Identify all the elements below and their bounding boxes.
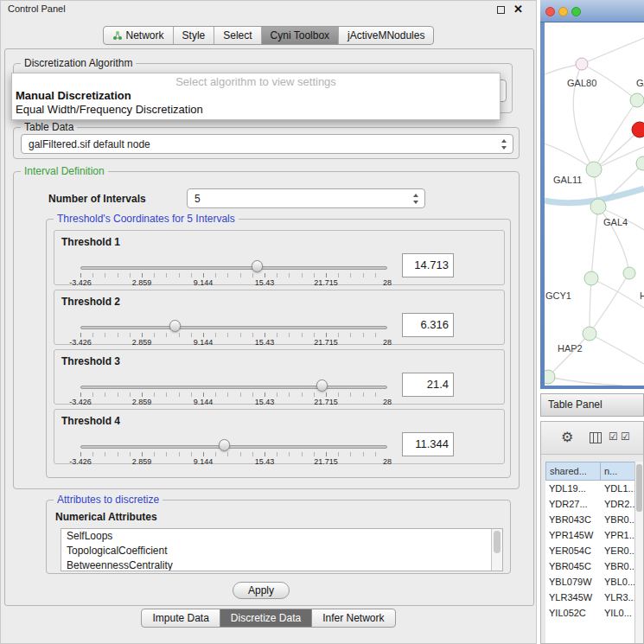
table-row[interactable]: YPR145WYPR1...: [545, 527, 636, 543]
threshold-value-field[interactable]: 21.4: [402, 373, 454, 397]
node-label: GAL4: [603, 217, 628, 227]
tick-label: 2.859: [132, 457, 152, 466]
select-all-checkbox-icon[interactable]: ☑: [609, 430, 618, 443]
slider-ticks: [80, 333, 387, 337]
algorithm-dropdown-list: Select algorithm to view settings Manual…: [11, 73, 501, 120]
tab-impute-data[interactable]: Impute Data: [142, 609, 219, 627]
column-header[interactable]: shared...: [545, 462, 601, 481]
table-row[interactable]: YIL052CYIL0...: [545, 605, 636, 621]
attributes-scrollbar[interactable]: [491, 529, 502, 571]
table-cell: YLR345W: [545, 590, 601, 605]
table-row[interactable]: YBR045CYBR0...: [545, 558, 636, 574]
gear-icon[interactable]: ⚙: [561, 429, 573, 445]
apply-button[interactable]: Apply: [233, 582, 290, 599]
table-cell: YDL19...: [545, 481, 601, 496]
table-cell: YBL079W: [545, 574, 601, 590]
slider-thumb[interactable]: [316, 379, 328, 392]
network-node[interactable]: [583, 327, 596, 341]
control-panel-window: Control Panel ✕ NetworkStyleSelectCyni T…: [0, 0, 537, 644]
table-panel-window: ⚙ ☑ ☑ shared...n... YDL19...YDL1...YDR27…: [540, 421, 644, 644]
slider-track[interactable]: [80, 266, 387, 270]
close-icon[interactable]: ✕: [513, 3, 523, 16]
slider-thumb[interactable]: [169, 320, 181, 332]
column-header[interactable]: n...: [601, 462, 636, 481]
scrollbar-thumb[interactable]: [494, 531, 501, 553]
dropdown-item-manual-discretization[interactable]: Manual Discretization: [12, 89, 500, 103]
table-cell: YDR27...: [545, 496, 601, 512]
threshold-row: Threshold 2-3.4262.8599.14415.4321.71528…: [54, 290, 505, 345]
float-window-icon[interactable]: [497, 6, 505, 14]
tab-select[interactable]: Select: [214, 27, 260, 44]
network-edge: [582, 38, 644, 64]
slider-tick-labels: -3.4262.8599.14415.4321.71528: [80, 457, 387, 466]
table-row[interactable]: YDR27...YDR2...: [545, 496, 636, 512]
tab-cyni-toolbox[interactable]: Cyni Toolbox: [261, 27, 338, 44]
slider-track[interactable]: [80, 445, 387, 449]
network-node[interactable]: [586, 162, 602, 177]
dropdown-item-equal-width-frequency-discretization[interactable]: Equal Width/Frequency Discretization: [12, 103, 500, 117]
network-edge: [594, 130, 640, 169]
table-toolbar: ⚙ ☑ ☑: [541, 422, 643, 455]
table-row[interactable]: YER054CYER0...: [545, 543, 636, 558]
number-of-intervals-combobox[interactable]: 5: [187, 188, 425, 208]
threshold-slider[interactable]: -3.4262.8599.14415.4321.71528: [80, 262, 387, 286]
table-row[interactable]: YDL19...YDL1...: [545, 481, 636, 496]
network-node[interactable]: [576, 58, 588, 70]
tick-label: 9.144: [194, 338, 214, 347]
slider-track[interactable]: [80, 386, 387, 389]
tab-network[interactable]: Network: [104, 27, 173, 44]
threshold-value-field[interactable]: 14.713: [402, 253, 454, 277]
thresholds-group: Threshold's Coordinates for 5 Intervals …: [46, 219, 511, 478]
table-data-combobox[interactable]: galFiltered.sif default node: [21, 134, 513, 154]
network-node[interactable]: [630, 93, 644, 107]
threshold-label: Threshold 2: [61, 296, 120, 308]
threshold-slider[interactable]: -3.4262.8599.14415.4321.71528: [80, 381, 387, 405]
table-data-group: Table Data galFiltered.sif default node: [13, 127, 520, 159]
network-node[interactable]: [590, 199, 606, 214]
zoom-traffic-light-icon[interactable]: [571, 7, 581, 16]
tick-label: -3.426: [69, 338, 92, 347]
tab-style[interactable]: Style: [173, 27, 214, 44]
slider-track[interactable]: [80, 326, 387, 329]
scrollbar-thumb[interactable]: [636, 464, 642, 512]
minimize-traffic-light-icon[interactable]: [558, 7, 568, 16]
threshold-slider[interactable]: -3.4262.8599.14415.4321.71528: [80, 322, 387, 346]
network-edge: [548, 377, 622, 386]
network-node[interactable]: [545, 370, 555, 384]
tab-jactivemnodules[interactable]: jActiveMNodules: [338, 27, 433, 44]
network-node[interactable]: [636, 156, 644, 170]
tab-discretize-data[interactable]: Discretize Data: [220, 609, 311, 627]
threshold-value-field[interactable]: 11.344: [402, 432, 454, 456]
close-traffic-light-icon[interactable]: [545, 7, 555, 16]
node-label: GA: [636, 78, 644, 88]
bottom-tab-group: Impute DataDiscretize DataInfer Network: [141, 609, 395, 628]
tick-label: 28: [383, 457, 392, 466]
table-row[interactable]: YBR043CYBR0...: [545, 512, 636, 527]
tick-label: 2.859: [132, 278, 152, 287]
network-window-titlebar[interactable]: [540, 0, 644, 22]
list-item-topologicalcoefficient[interactable]: TopologicalCoefficient: [61, 544, 502, 558]
tick-label: 21.715: [314, 338, 338, 347]
tab-label: jActiveMNodules: [348, 29, 424, 41]
table-panel-titlebar[interactable]: Table Panel: [540, 393, 644, 417]
list-item-selfloops[interactable]: SelfLoops: [61, 529, 502, 544]
table-cell: YBR0...: [601, 558, 636, 574]
slider-thumb[interactable]: [252, 260, 263, 272]
table-scrollbar[interactable]: [634, 462, 643, 643]
network-node[interactable]: [584, 271, 598, 285]
network-canvas[interactable]: GAL80GAGAL11GAL4GCY1HHAP2: [545, 22, 644, 386]
number-of-intervals-label: Number of Intervals: [48, 193, 146, 205]
tick-label: 9.144: [194, 278, 214, 287]
tab-infer-network[interactable]: Infer Network: [311, 609, 394, 627]
columns-icon[interactable]: [590, 432, 602, 443]
network-node[interactable]: [623, 267, 635, 279]
list-item-betweennesscentrality[interactable]: BetweennessCentrality: [61, 558, 502, 571]
threshold-value-field[interactable]: 6.316: [402, 313, 454, 337]
select-none-checkbox-icon[interactable]: ☑: [621, 430, 630, 443]
slider-thumb[interactable]: [219, 439, 230, 451]
threshold-slider[interactable]: -3.4262.8599.14415.4321.71528: [80, 441, 387, 465]
network-node[interactable]: [632, 122, 644, 137]
table-row[interactable]: YLR345WYLR3...: [545, 590, 636, 605]
bottom-tab-bar: Impute DataDiscretize DataInfer Network: [1, 609, 536, 628]
table-row[interactable]: YBL079WYBL0...: [545, 574, 636, 590]
